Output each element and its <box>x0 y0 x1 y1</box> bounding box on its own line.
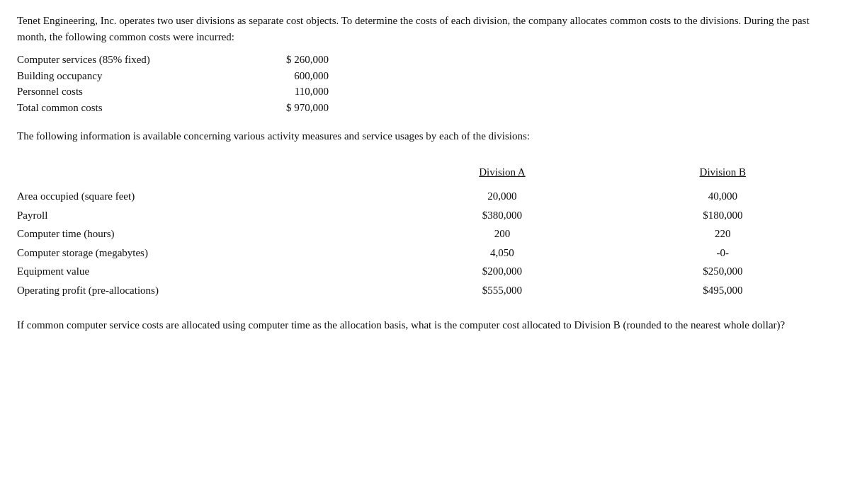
cost-value-personnel: 110,000 <box>244 84 329 100</box>
header-division-b: Division B <box>613 161 833 188</box>
division-a-value: $200,000 <box>392 262 612 281</box>
division-b-value: $180,000 <box>613 206 833 225</box>
division-b-value: -0- <box>613 244 833 263</box>
second-paragraph: The following information is available c… <box>17 128 833 144</box>
division-b-value: 40,000 <box>613 187 833 206</box>
header-division-a: Division A <box>392 161 612 188</box>
division-a-value: 4,050 <box>392 244 612 263</box>
table-row: Operating profit (pre-allocations)$555,0… <box>17 281 833 300</box>
intro-paragraph: Tenet Engineering, Inc. operates two use… <box>17 13 833 45</box>
activity-label: Computer time (hours) <box>17 224 392 244</box>
division-b-value: $250,000 <box>613 262 833 281</box>
header-label-col <box>17 161 392 188</box>
cost-label-computer: Computer services (85% fixed) <box>17 52 244 68</box>
cost-value-computer: $ 260,000 <box>244 52 329 68</box>
activity-label: Operating profit (pre-allocations) <box>17 281 392 300</box>
final-paragraph: If common computer service costs are all… <box>17 316 833 333</box>
cost-label-building: Building occupancy <box>17 68 244 84</box>
activity-label: Computer storage (megabytes) <box>17 244 392 263</box>
cost-row-computer: Computer services (85% fixed) $ 260,000 <box>17 52 833 68</box>
activity-table: Division A Division B Area occupied (squ… <box>17 161 833 300</box>
activity-label: Area occupied (square feet) <box>17 187 392 206</box>
division-a-value: 200 <box>392 224 612 244</box>
table-row: Area occupied (square feet)20,00040,000 <box>17 187 833 206</box>
activity-label: Payroll <box>17 206 392 225</box>
cost-row-building: Building occupancy 600,000 <box>17 68 833 84</box>
table-row: Computer storage (megabytes)4,050-0- <box>17 244 833 263</box>
table-row: Equipment value$200,000$250,000 <box>17 262 833 281</box>
table-row: Payroll$380,000$180,000 <box>17 206 833 225</box>
division-b-value: 220 <box>613 224 833 244</box>
cost-row-personnel: Personnel costs 110,000 <box>17 84 833 100</box>
cost-label-personnel: Personnel costs <box>17 84 244 100</box>
activity-label: Equipment value <box>17 262 392 281</box>
division-b-value: $495,000 <box>613 281 833 300</box>
table-row: Computer time (hours)200220 <box>17 224 833 244</box>
cost-row-total: Total common costs $ 970,000 <box>17 100 833 116</box>
cost-value-building: 600,000 <box>244 68 329 84</box>
cost-table: Computer services (85% fixed) $ 260,000 … <box>17 52 833 115</box>
division-a-value: 20,000 <box>392 187 612 206</box>
cost-label-total: Total common costs <box>17 100 244 116</box>
cost-value-total: $ 970,000 <box>244 100 329 116</box>
division-a-value: $555,000 <box>392 281 612 300</box>
division-a-value: $380,000 <box>392 206 612 225</box>
